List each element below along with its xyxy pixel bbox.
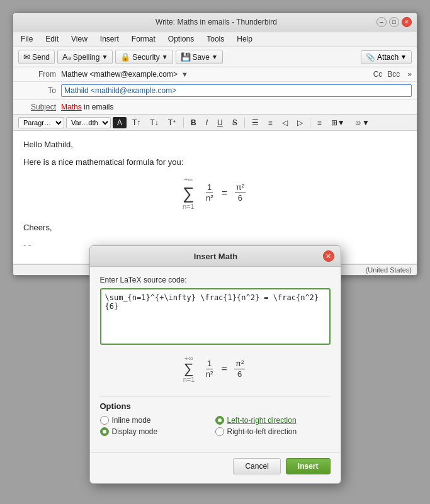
window-controls: – □ ✕ xyxy=(376,17,412,27)
bullet-list-button[interactable]: ☰ xyxy=(248,117,263,128)
dialog-body: Enter LaTeX source code: \sum_{n=1}^{+\i… xyxy=(90,267,341,452)
fraction-1n2: 1 n² xyxy=(205,182,215,203)
security-button[interactable]: 🔒 Security ▼ xyxy=(115,50,173,64)
color-button[interactable]: A xyxy=(113,117,127,128)
emoji-button[interactable]: ☺▼ xyxy=(351,117,373,128)
pi-fraction: π² 6 xyxy=(235,182,246,203)
italic-button[interactable]: I xyxy=(202,117,212,128)
display-mode-radio[interactable] xyxy=(100,427,109,436)
from-dropdown-icon[interactable]: ▼ xyxy=(181,70,188,78)
text-size-down-button[interactable]: T↓ xyxy=(146,117,162,128)
bcc-button[interactable]: Bcc xyxy=(387,70,400,79)
ltr-option[interactable]: Left-to-right direction xyxy=(215,416,331,425)
options-section: Options Inline mode Left-to-right direct… xyxy=(100,401,331,436)
strikethrough-button[interactable]: S xyxy=(229,117,241,128)
text-size-up-button[interactable]: T↑ xyxy=(128,117,144,128)
sum-expression: +∞ ∑ n=1 1 n² = π² 6 xyxy=(183,174,247,211)
latex-label: Enter LaTeX source code: xyxy=(100,276,331,284)
menu-format[interactable]: Format xyxy=(129,33,158,45)
options-divider xyxy=(100,396,331,396)
latex-input[interactable]: \sum_{n=1}^{+\infty} \frac{1}{n^2} = \fr… xyxy=(100,288,331,345)
preview-sum-expression: +∞ ∑ n=1 1 n² = π² 6 xyxy=(183,354,247,383)
close-button[interactable]: ✕ xyxy=(402,17,412,27)
ltr-radio[interactable] xyxy=(215,416,224,425)
insert-math-dialog: Insert Math ✕ Enter LaTeX source code: \… xyxy=(89,245,341,484)
menu-edit[interactable]: Edit xyxy=(43,33,61,45)
inline-mode-label: Inline mode xyxy=(112,416,151,425)
options-grid: Inline mode Left-to-right direction Disp… xyxy=(100,416,331,436)
indent-button[interactable]: ▷ xyxy=(293,117,307,128)
num-list-button[interactable]: ≡ xyxy=(264,117,276,128)
attach-button[interactable]: 📎 Attach ▼ xyxy=(361,50,412,64)
underline-button[interactable]: U xyxy=(213,117,227,128)
attach-dropdown-icon[interactable]: ▼ xyxy=(400,53,407,60)
display-mode-option[interactable]: Display mode xyxy=(100,427,215,436)
text-superscript-button[interactable]: T⁺ xyxy=(164,117,180,128)
insert-menu-button[interactable]: ⊞▼ xyxy=(327,117,349,128)
menu-options[interactable]: Options xyxy=(166,33,196,45)
toolbar-separator-2 xyxy=(244,118,245,128)
header-fields: From Mathew <mathew@example.com> ▼ Cc Bc… xyxy=(13,67,417,115)
from-value: Mathew <mathew@example.com> xyxy=(61,70,178,79)
formula-intro-text: Here is a nice mathematical formula for … xyxy=(23,156,407,169)
maximize-button[interactable]: □ xyxy=(389,17,399,27)
menu-tools[interactable]: Tools xyxy=(204,33,227,45)
spelling-icon: Aₐ xyxy=(62,52,71,62)
menu-view[interactable]: View xyxy=(69,33,90,45)
save-icon: 💾 xyxy=(181,52,191,62)
ltr-label: Left-to-right direction xyxy=(227,416,297,425)
menu-bar: File Edit View Insert Format Options Too… xyxy=(13,31,417,47)
spelling-dropdown-icon[interactable]: ▼ xyxy=(101,53,108,60)
insert-button[interactable]: Insert xyxy=(286,458,331,474)
from-row: From Mathew <mathew@example.com> ▼ Cc Bc… xyxy=(13,67,417,82)
greeting-text: Hello Mathild, xyxy=(23,138,407,151)
menu-file[interactable]: File xyxy=(18,33,35,45)
save-dropdown-icon[interactable]: ▼ xyxy=(212,53,218,60)
cc-bcc-controls: Cc Bcc » xyxy=(373,70,412,79)
cancel-button[interactable]: Cancel xyxy=(233,458,280,474)
dialog-title-text: Insert Math xyxy=(109,252,323,261)
spelling-button[interactable]: Aₐ Spelling ▼ xyxy=(57,50,113,64)
align-button[interactable]: ≡ xyxy=(314,117,325,128)
to-row: To xyxy=(13,82,417,100)
send-icon: ✉ xyxy=(23,52,30,62)
outdent-button[interactable]: ◁ xyxy=(278,117,291,128)
display-mode-label: Display mode xyxy=(112,427,158,436)
inline-mode-radio[interactable] xyxy=(100,416,109,425)
math-preview: +∞ ∑ n=1 1 n² = π² 6 xyxy=(100,347,331,391)
send-button[interactable]: ✉ Send xyxy=(18,50,55,64)
to-input[interactable] xyxy=(61,84,412,97)
attach-icon: 📎 xyxy=(366,53,375,62)
security-dropdown-icon[interactable]: ▼ xyxy=(162,53,168,60)
math-formula-compose: +∞ ∑ n=1 1 n² = π² 6 xyxy=(23,174,407,211)
compose-area[interactable]: Hello Mathild, Here is a nice mathematic… xyxy=(13,131,417,264)
rtl-option[interactable]: Right-to-left direction xyxy=(215,427,331,436)
rtl-radio[interactable] xyxy=(215,427,224,436)
subject-row: Subject Maths in emails xyxy=(13,100,417,115)
toolbar-separator-3 xyxy=(310,118,310,128)
subject-maths: Maths xyxy=(61,103,82,111)
menu-help[interactable]: Help xyxy=(234,33,255,45)
to-label: To xyxy=(18,86,56,95)
format-toolbar: Paragr… Var…dth A T↑ T↓ T⁺ B I U S ☰ ≡ ◁… xyxy=(13,115,417,131)
font-select[interactable]: Var…dth xyxy=(66,117,111,128)
toolbar-separator-1 xyxy=(183,118,184,128)
bold-button[interactable]: B xyxy=(187,117,200,128)
menu-insert[interactable]: Insert xyxy=(98,33,122,45)
rtl-label: Right-to-left direction xyxy=(227,427,297,436)
expand-header-button[interactable]: » xyxy=(407,70,412,79)
cc-button[interactable]: Cc xyxy=(373,70,383,79)
title-bar: Write: Maths in emails - Thunderbird – □… xyxy=(13,13,417,31)
subject-value: Maths in emails xyxy=(61,103,113,111)
save-button[interactable]: 💾 Save ▼ xyxy=(176,50,223,64)
toolbar: ✉ Send Aₐ Spelling ▼ 🔒 Security ▼ 💾 Save… xyxy=(13,47,417,67)
dialog-title-bar: Insert Math ✕ xyxy=(90,246,341,267)
inline-mode-option[interactable]: Inline mode xyxy=(100,416,215,425)
minimize-button[interactable]: – xyxy=(376,17,387,27)
status-locale: (United States) xyxy=(366,266,412,274)
paragraph-select[interactable]: Paragr… xyxy=(18,117,64,128)
from-controls: Mathew <mathew@example.com> ▼ xyxy=(61,70,188,79)
dialog-footer: Cancel Insert xyxy=(90,452,341,483)
lock-icon: 🔒 xyxy=(120,52,130,62)
dialog-close-button[interactable]: ✕ xyxy=(323,250,334,262)
